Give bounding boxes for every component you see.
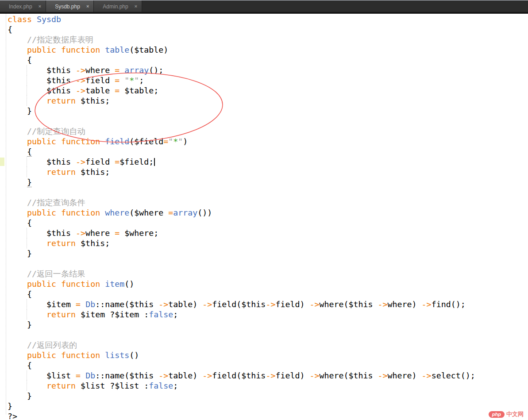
code-line[interactable] — [0, 187, 528, 197]
code-line[interactable]: //返回列表的 — [0, 340, 528, 350]
code-line[interactable]: public function table($table) — [0, 45, 528, 55]
code-token: field — [105, 137, 129, 146]
code-token: $this — [8, 76, 76, 85]
code-token: return — [46, 310, 76, 319]
close-icon[interactable]: × — [39, 4, 41, 9]
code-token: return — [46, 96, 76, 105]
code-line[interactable]: return $this; — [0, 96, 528, 106]
code-token: ; — [139, 76, 144, 85]
tab-label: Sysdb.php — [55, 4, 80, 10]
code-line[interactable]: { — [0, 289, 528, 299]
code-line[interactable]: public function where($where =array()) — [0, 208, 528, 218]
code-line[interactable]: $this ->where = array(); — [0, 65, 528, 75]
code-token: = — [115, 228, 119, 238]
code-token: false — [149, 310, 173, 319]
indent-guide — [27, 167, 27, 177]
code-line[interactable]: } — [0, 401, 528, 411]
code-token — [32, 15, 37, 24]
code-token: ?> — [8, 412, 17, 420]
code-token: { — [8, 361, 32, 370]
code-line[interactable]: { — [0, 55, 528, 65]
code-line[interactable]: class Sysdb — [0, 14, 528, 24]
code-line[interactable]: { — [0, 146, 528, 157]
code-token: function — [61, 137, 100, 146]
code-line[interactable]: public function item() — [0, 279, 528, 289]
code-token: public — [27, 208, 56, 217]
code-line[interactable]: //制定查询自动 — [0, 126, 528, 136]
code-line[interactable]: { — [0, 360, 528, 370]
code-token: -> — [76, 157, 85, 166]
close-icon[interactable]: × — [135, 4, 137, 9]
code-token — [8, 177, 27, 187]
code-token — [8, 269, 27, 278]
code-line[interactable] — [0, 258, 528, 269]
code-line[interactable]: $item = Db::name($this ->table) ->field(… — [0, 299, 528, 309]
code-line[interactable]: public function lists() — [0, 350, 528, 360]
code-line[interactable]: } — [0, 248, 528, 258]
tab-admin-php[interactable]: Admin.php × — [94, 0, 142, 12]
code-editor[interactable]: class Sysdb{ //指定数据库表明 public function t… — [0, 14, 528, 420]
code-token: return — [46, 239, 76, 248]
code-line[interactable]: //返回一条结果 — [0, 269, 528, 279]
code-line[interactable]: public function field($field="*") — [0, 136, 528, 146]
code-token: field) — [275, 300, 309, 309]
code-token: = — [115, 157, 119, 166]
code-token: } — [8, 106, 32, 116]
code-token: Sysdb — [37, 15, 61, 24]
code-token: ::name($this — [95, 300, 158, 309]
code-token — [8, 340, 27, 350]
code-line[interactable]: return $list ?$list :false; — [0, 381, 528, 391]
code-token: field($this — [212, 300, 266, 309]
code-line[interactable]: $this ->where = $where; — [0, 228, 528, 238]
code-token: item — [105, 279, 124, 289]
code-token: -> — [266, 300, 275, 309]
code-token: = — [115, 76, 119, 85]
code-line[interactable] — [0, 116, 528, 126]
code-line[interactable]: return $item ?$item :false; — [0, 309, 528, 320]
code-token: table) — [168, 300, 202, 309]
code-line[interactable]: } — [0, 177, 528, 187]
close-icon[interactable]: × — [86, 4, 89, 9]
code-token: select(); — [432, 371, 475, 380]
code-line[interactable]: $this ->field =$field; — [0, 157, 528, 167]
code-line[interactable]: ?> — [0, 411, 528, 420]
code-token — [8, 167, 46, 177]
code-line[interactable]: $this ->table = $table; — [0, 85, 528, 96]
code-token: = — [115, 86, 119, 95]
indent-guide — [27, 228, 27, 238]
code-line[interactable]: return $this; — [0, 238, 528, 248]
code-token: = — [76, 371, 81, 380]
code-line[interactable]: } — [0, 106, 528, 116]
code-token — [100, 351, 105, 360]
indent-guide — [27, 85, 27, 96]
code-token: $this — [8, 157, 76, 166]
code-token: -> — [422, 300, 432, 309]
code-token: //返回一条结果 — [27, 269, 85, 278]
code-line[interactable]: { — [0, 218, 528, 228]
code-token: -> — [158, 371, 168, 380]
code-token — [100, 208, 105, 217]
code-token — [8, 45, 27, 54]
code-token: //制定查询自动 — [27, 127, 85, 136]
code-token: return — [46, 167, 76, 177]
tab-sysdb-php[interactable]: Sysdb.php × — [46, 0, 94, 12]
code-line[interactable]: $list = Db::name($this ->table) ->field(… — [0, 370, 528, 381]
code-token: //指定数据库表明 — [27, 35, 93, 44]
code-line[interactable]: } — [0, 320, 528, 330]
tab-index-php[interactable]: Index.php × — [0, 0, 46, 12]
code-area[interactable]: class Sysdb{ //指定数据库表明 public function t… — [0, 14, 528, 420]
indent-guide — [27, 370, 27, 381]
code-token: = — [115, 66, 119, 75]
code-line[interactable]: return $this; — [0, 167, 528, 177]
code-line[interactable]: { — [0, 24, 528, 35]
code-token: where — [85, 66, 115, 75]
code-token: -> — [378, 371, 388, 380]
code-line[interactable]: } — [0, 391, 528, 401]
code-line[interactable] — [0, 330, 528, 340]
code-line[interactable]: $this ->field = "*"; — [0, 75, 528, 85]
code-line[interactable]: //指定数据库表明 — [0, 35, 528, 45]
code-token: -> — [76, 228, 85, 238]
code-line[interactable]: //指定查询条件 — [0, 197, 528, 208]
code-token: " — [168, 137, 173, 146]
code-token: field — [85, 157, 115, 166]
